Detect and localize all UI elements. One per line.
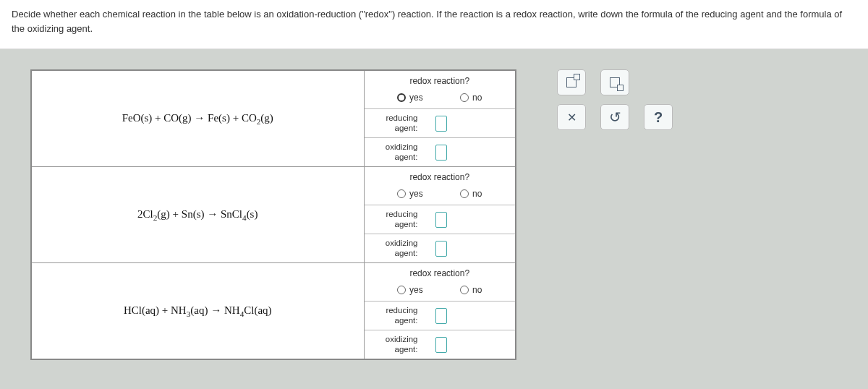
redox-header: redox reaction?	[365, 167, 516, 187]
radio-circle-icon	[397, 286, 406, 294]
reducing-agent-row: reducingagent:	[365, 301, 516, 330]
oxidizing-agent-row: oxidizingagent:	[365, 234, 516, 262]
answer-cell: redox reaction?yesnoreducingagent:oxidiz…	[364, 167, 516, 263]
oxidizing-agent-label: oxidizingagent:	[365, 239, 422, 259]
reducing-agent-input-wrap	[422, 116, 516, 132]
oxidizing-agent-row: oxidizingagent:	[365, 137, 516, 166]
radio-circle-icon	[460, 189, 469, 198]
reducing-agent-row: reducingagent:	[365, 108, 516, 137]
equation-cell: FeO(s) + CO(g) → Fe(s) + CO2(g)	[31, 70, 364, 167]
help-button[interactable]	[644, 104, 673, 130]
redox-header: redox reaction?	[365, 263, 516, 283]
equation-cell: HCl(aq) + NH3(aq) → NH4Cl(aq)	[31, 263, 364, 360]
reducing-agent-input-wrap	[422, 212, 516, 228]
reset-button[interactable]	[600, 104, 629, 130]
superscript-button[interactable]	[557, 69, 586, 95]
radio-no[interactable]: no	[460, 285, 482, 295]
reaction-table: FeO(s) + CO(g) → Fe(s) + CO2(g)redox rea…	[30, 69, 516, 360]
oxidizing-agent-input[interactable]	[435, 241, 447, 257]
reducing-agent-input[interactable]	[435, 116, 447, 132]
question-text: Decide whether each chemical reaction in…	[0, 0, 868, 49]
radio-no-label: no	[472, 285, 482, 295]
reducing-agent-input[interactable]	[435, 308, 447, 324]
radio-no-label: no	[472, 189, 482, 199]
radio-no[interactable]: no	[460, 189, 482, 199]
answer-cell: redox reaction?yesnoreducingagent:oxidiz…	[364, 70, 516, 167]
radio-row: yesno	[365, 283, 516, 301]
oxidizing-agent-input[interactable]	[435, 337, 447, 353]
radio-row: yesno	[365, 187, 516, 205]
toolbox	[557, 69, 673, 139]
subscript-button[interactable]	[600, 69, 629, 95]
equation-cell: 2Cl2(g) + Sn(s) → SnCl4(s)	[31, 167, 364, 263]
radio-circle-icon	[397, 93, 406, 102]
oxidizing-agent-input-wrap	[422, 145, 516, 161]
redox-header: redox reaction?	[365, 71, 516, 91]
radio-yes-label: yes	[409, 93, 423, 103]
radio-circle-icon	[460, 286, 469, 294]
reducing-agent-label: reducingagent:	[365, 114, 422, 134]
radio-no-label: no	[472, 93, 482, 103]
radio-yes[interactable]: yes	[397, 93, 423, 103]
subscript-icon	[610, 77, 620, 87]
oxidizing-agent-label: oxidizingagent:	[365, 335, 422, 355]
radio-yes[interactable]: yes	[397, 285, 423, 295]
radio-yes[interactable]: yes	[397, 189, 423, 199]
radio-circle-icon	[397, 189, 406, 198]
superscript-icon	[566, 77, 576, 87]
reducing-agent-input-wrap	[422, 308, 516, 324]
reducing-agent-label: reducingagent:	[365, 306, 422, 326]
oxidizing-agent-row: oxidizingagent:	[365, 330, 516, 359]
radio-yes-label: yes	[409, 189, 423, 199]
radio-circle-icon	[460, 93, 469, 102]
reducing-agent-row: reducingagent:	[365, 205, 516, 234]
oxidizing-agent-input[interactable]	[435, 145, 447, 161]
answer-cell: redox reaction?yesnoreducingagent:oxidiz…	[364, 263, 516, 360]
reducing-agent-label: reducingagent:	[365, 210, 422, 230]
content-area: FeO(s) + CO(g) → Fe(s) + CO2(g)redox rea…	[0, 49, 868, 380]
oxidizing-agent-input-wrap	[422, 241, 516, 257]
oxidizing-agent-label: oxidizingagent:	[365, 142, 422, 163]
close-button[interactable]	[557, 104, 586, 130]
radio-row: yesno	[365, 91, 516, 108]
radio-no[interactable]: no	[460, 93, 482, 103]
reducing-agent-input[interactable]	[435, 212, 447, 228]
oxidizing-agent-input-wrap	[422, 337, 516, 353]
radio-yes-label: yes	[409, 285, 423, 295]
